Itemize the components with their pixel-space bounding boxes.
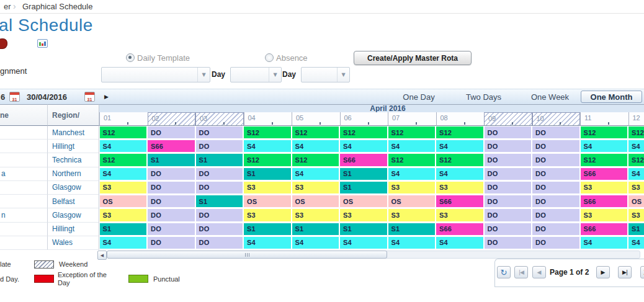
shift-cell[interactable]: S1	[292, 223, 340, 236]
breadcrumb-parent-fragment[interactable]: er	[4, 2, 11, 11]
shift-cell[interactable]: DO	[532, 223, 581, 236]
day-dropdown-1[interactable]: ▼	[230, 67, 282, 82]
shift-cell[interactable]: S12	[628, 153, 644, 167]
shift-cell[interactable]: S3	[340, 208, 388, 222]
refresh-button[interactable]: ↻	[497, 266, 511, 278]
shift-cell[interactable]: DO	[484, 140, 532, 153]
shift-cell[interactable]: DO	[484, 236, 532, 250]
shift-cell[interactable]: S1	[195, 153, 244, 167]
shift-cell[interactable]: DO	[484, 208, 532, 222]
shift-cell[interactable]: S3	[244, 181, 292, 195]
shift-cell[interactable]: DO	[195, 140, 244, 153]
shift-cell[interactable]: S12	[292, 153, 340, 167]
template-dropdown[interactable]: ▼	[101, 67, 210, 82]
end-date-calendar-icon[interactable]	[84, 92, 95, 102]
shift-cell[interactable]: S3	[628, 208, 644, 222]
shift-cell[interactable]: S3	[99, 208, 148, 222]
shift-cell[interactable]: DO	[532, 126, 581, 140]
shift-cell[interactable]: S4	[628, 167, 644, 181]
absence-radio[interactable]	[265, 53, 274, 62]
next-page-button[interactable]: ▶	[596, 266, 610, 278]
shift-cell[interactable]: S3	[292, 181, 340, 195]
previous-page-button[interactable]: ◀	[532, 266, 546, 278]
region-link[interactable]: Technica	[48, 153, 99, 167]
shift-cell[interactable]: S4	[580, 140, 628, 153]
day-dropdown-2[interactable]: ▼	[301, 67, 350, 82]
shift-cell[interactable]: OS	[340, 195, 388, 208]
hscroll-left-arrow[interactable]: ◀	[97, 251, 107, 260]
shift-cell[interactable]: S4	[244, 236, 292, 250]
shift-cell[interactable]: S3	[628, 181, 644, 195]
shift-cell[interactable]: DO	[532, 153, 581, 167]
shift-cell[interactable]: S12	[340, 126, 388, 140]
shift-cell[interactable]: DO	[484, 195, 532, 208]
shift-cell[interactable]: DO	[148, 167, 196, 181]
shift-cell[interactable]: S3	[244, 208, 292, 222]
shift-cell[interactable]: S66	[436, 223, 485, 236]
shift-cell[interactable]: S1	[195, 195, 244, 208]
shift-cell[interactable]: DO	[484, 181, 532, 195]
shift-cell[interactable]: S3	[388, 208, 436, 222]
shift-cell[interactable]: DO	[484, 126, 532, 140]
shift-cell[interactable]: S66	[340, 153, 388, 167]
shift-cell[interactable]: S4	[292, 167, 340, 181]
last-page-button[interactable]: ▶|	[618, 266, 632, 278]
shift-cell[interactable]: OS	[99, 195, 148, 208]
shift-cell[interactable]: S4	[628, 236, 644, 250]
shift-cell[interactable]: S4	[340, 140, 388, 153]
shift-cell[interactable]: DO	[484, 153, 532, 167]
shift-cell[interactable]: DO	[532, 140, 581, 153]
shift-cell[interactable]: S1	[99, 223, 148, 236]
shift-cell[interactable]: S1	[340, 181, 388, 195]
shift-cell[interactable]: S3	[436, 181, 485, 195]
start-date-calendar-icon[interactable]	[9, 92, 20, 102]
shift-cell[interactable]: S3	[580, 181, 628, 195]
shift-cell[interactable]: S12	[99, 126, 148, 140]
region-link[interactable]: Wales	[48, 236, 99, 250]
shift-cell[interactable]: S4	[99, 140, 148, 153]
shift-cell[interactable]: S4	[436, 167, 485, 181]
shift-cell[interactable]: S12	[244, 126, 292, 140]
shift-cell[interactable]: S66	[436, 195, 485, 208]
shift-cell[interactable]: DO	[532, 195, 581, 208]
shift-cell[interactable]: S1	[244, 223, 292, 236]
page-size-button-partial[interactable]: 2	[640, 266, 644, 278]
shift-cell[interactable]: DO	[148, 223, 196, 236]
shift-cell[interactable]: S1	[340, 167, 388, 181]
shift-cell[interactable]: S3	[580, 208, 628, 222]
shift-cell[interactable]: S4	[388, 236, 436, 250]
shift-cell[interactable]: S12	[244, 153, 292, 167]
region-link[interactable]: Glasgow	[48, 181, 99, 195]
shift-cell[interactable]: S1	[628, 223, 644, 236]
shift-cell[interactable]: S3	[292, 208, 340, 222]
shift-cell[interactable]: DO	[532, 167, 581, 181]
shift-cell[interactable]: S4	[244, 140, 292, 153]
shift-cell[interactable]: S1	[340, 223, 388, 236]
shift-cell[interactable]: OS	[628, 195, 644, 208]
shift-cell[interactable]: OS	[388, 195, 436, 208]
shift-cell[interactable]: S4	[99, 236, 148, 250]
shift-cell[interactable]: DO	[484, 167, 532, 181]
shift-cell[interactable]: S3	[436, 208, 485, 222]
shift-cell[interactable]: S12	[292, 126, 340, 140]
shift-cell[interactable]: S4	[436, 140, 485, 153]
view-two-days[interactable]: Two Days	[460, 92, 507, 102]
shift-cell[interactable]: S4	[340, 236, 388, 250]
shift-cell[interactable]: S12	[99, 153, 148, 167]
shift-cell[interactable]: S66	[580, 167, 628, 181]
shift-cell[interactable]: S1	[244, 167, 292, 181]
shift-cell[interactable]: DO	[195, 181, 244, 195]
shift-cell[interactable]: OS	[292, 195, 340, 208]
shift-cell[interactable]: S4	[388, 167, 436, 181]
export-pdf-icon[interactable]	[0, 38, 7, 49]
shift-cell[interactable]: S3	[388, 181, 436, 195]
region-link[interactable]: Hillingt	[48, 223, 99, 236]
shift-cell[interactable]: S12	[436, 126, 485, 140]
shift-cell[interactable]: S12	[628, 126, 644, 140]
shift-cell[interactable]: S3	[99, 181, 148, 195]
shift-cell[interactable]: DO	[532, 236, 581, 250]
shift-cell[interactable]: DO	[532, 181, 581, 195]
view-one-day[interactable]: One Day	[397, 92, 441, 102]
region-link[interactable]: Glasgow	[48, 208, 99, 222]
shift-cell[interactable]: S12	[388, 126, 436, 140]
